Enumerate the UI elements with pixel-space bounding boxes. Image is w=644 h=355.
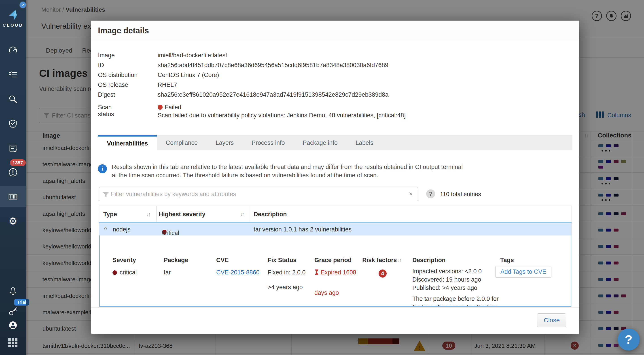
scan-status-value: Failed xyxy=(158,104,181,111)
column-header-description[interactable]: Description xyxy=(254,211,287,218)
image-details-modal: Image details Imageimiell/bad-dockerfile… xyxy=(91,21,579,334)
sidebar-item-search[interactable] xyxy=(8,94,18,104)
gear-icon: ⚙ xyxy=(8,216,18,226)
container-icon xyxy=(8,192,18,201)
filter-help-icon[interactable]: ? xyxy=(426,189,435,198)
risk-factor-badge[interactable]: 4 xyxy=(378,269,386,277)
vulnerability-description: tar version 1.0.1 has 2 vulnerabilities xyxy=(254,226,352,233)
field-label: Digest xyxy=(98,91,115,98)
gauge-icon xyxy=(8,45,18,55)
field-label: OS distribution xyxy=(98,72,138,79)
screen: CLOUD > 1357 ⚙ Trial xyxy=(0,0,644,355)
cloud-logo-icon xyxy=(7,9,19,21)
field-value: imiell/bad-dockerfile:latest xyxy=(158,52,227,59)
filter-funnel-icon xyxy=(103,192,109,198)
field-label: OS release xyxy=(98,82,128,88)
sidebar-item-profile[interactable] xyxy=(8,320,18,330)
sidebar-item-licenses[interactable] xyxy=(8,306,18,316)
column-header-severity[interactable]: Highest severity xyxy=(159,211,206,218)
modal-title: Image details xyxy=(98,26,149,35)
collapse-caret-icon[interactable]: ^ xyxy=(104,226,107,233)
key-icon xyxy=(8,306,18,316)
critical-dot xyxy=(112,270,117,275)
sort-icons[interactable]: ↓↑ xyxy=(240,211,244,217)
info-note-line2: at the time scan occurred. The threshold… xyxy=(112,171,463,180)
modal-header: Image details xyxy=(91,21,579,41)
sidebar: CLOUD > 1357 ⚙ Trial xyxy=(0,0,26,355)
tab-package-info[interactable]: Package info xyxy=(294,135,346,150)
modal-footer: Close xyxy=(91,307,579,334)
brand-logo: CLOUD xyxy=(0,9,26,28)
alert-circle-icon xyxy=(8,167,18,177)
column-divider xyxy=(250,206,250,222)
sidebar-item-containers[interactable] xyxy=(8,192,18,201)
sidebar-item-notifications[interactable] xyxy=(8,286,18,296)
tab-process-info[interactable]: Process info xyxy=(242,135,294,150)
tab-vulnerabilities[interactable]: Vulnerabilities xyxy=(98,135,157,150)
sidebar-item-alerts[interactable] xyxy=(8,167,18,177)
tab-labels[interactable]: Labels xyxy=(346,135,382,150)
sidebar-item-defend[interactable] xyxy=(8,119,18,129)
field-label: Image xyxy=(98,52,115,59)
detail-header-risk-factors: Risk factors xyxy=(362,257,397,264)
alert-count-badge: 1357 xyxy=(10,159,26,166)
sidebar-item-compliance[interactable] xyxy=(8,144,18,153)
column-header-type[interactable]: Type xyxy=(103,211,117,218)
modal-tabs: Vulnerabilities Compliance Layers Proces… xyxy=(98,135,572,150)
help-fab-button[interactable]: ? xyxy=(618,328,640,350)
vulnerability-type: nodejs xyxy=(113,226,130,233)
failed-status-dot xyxy=(158,105,162,110)
detail-package-cell: tar xyxy=(164,269,171,276)
info-note-line1: Results shown in this tab are relative t… xyxy=(112,163,463,171)
scan-status-detail: Scan failed due to vulnerability policy … xyxy=(158,112,406,119)
info-icon: i xyxy=(98,164,107,173)
cve-link[interactable]: CVE-2015-8860 xyxy=(216,269,260,276)
shield-check-icon xyxy=(8,119,18,129)
column-divider xyxy=(156,206,156,222)
detail-header-description: Description xyxy=(412,257,446,264)
field-label: Scan status xyxy=(98,104,114,118)
detail-header-fix-status: Fix Status xyxy=(268,257,296,264)
grace-period-cell: Expired 1608 xyxy=(314,269,356,276)
add-tags-button[interactable]: Add Tags to CVE xyxy=(495,266,552,277)
clear-filter-icon[interactable]: × xyxy=(409,190,413,198)
hourglass-icon xyxy=(314,269,319,275)
sidebar-item-settings[interactable]: ⚙ xyxy=(8,216,18,226)
user-icon xyxy=(8,320,18,330)
checklist-icon xyxy=(8,70,18,80)
grace-period-line2: days ago xyxy=(314,289,339,296)
sidebar-expand-button[interactable]: > xyxy=(20,2,26,8)
sidebar-item-apps[interactable] xyxy=(8,338,18,348)
detail-severity-cell: critical xyxy=(112,269,137,276)
logo-text: CLOUD xyxy=(0,23,26,28)
apps-grid-icon xyxy=(8,338,18,347)
vulnerability-detail-panel: Severity Package CVE Fix Status Grace pe… xyxy=(99,235,571,307)
vulnerabilities-table-header: Type ↓↑ Highest severity ↓↑ Description xyxy=(99,206,572,222)
field-value: RHEL7 xyxy=(158,82,177,88)
vulnerabilities-table: Type ↓↑ Highest severity ↓↑ Description … xyxy=(98,206,572,307)
vulnerability-filter-placeholder: Filter vulnerabilities by keywords and a… xyxy=(111,191,236,198)
search-icon xyxy=(8,94,18,104)
sort-icons[interactable]: ↓↑ xyxy=(398,257,401,263)
detail-header-package: Package xyxy=(164,257,188,264)
field-value: sha256:e3eff861020a952e27e41618e947a3ad7… xyxy=(158,91,389,98)
tab-layers[interactable]: Layers xyxy=(206,135,242,150)
bell-icon xyxy=(8,286,18,296)
vulnerability-row-nodejs[interactable]: ^ nodejs critical tar version 1.0.1 has … xyxy=(99,222,572,235)
detail-header-grace-period: Grace period xyxy=(314,257,352,264)
vulnerability-filter-input[interactable]: Filter vulnerabilities by keywords and a… xyxy=(98,187,418,201)
detail-fix-status: Fixed in: 2.0.0 xyxy=(268,269,306,276)
image-detail-fields: Imageimiell/bad-dockerfile:latest IDsha2… xyxy=(98,50,572,99)
sidebar-item-policies[interactable] xyxy=(8,70,18,80)
field-value: sha256:abd4f451ddb707c8e68a36d695456a515… xyxy=(158,62,388,69)
field-label: ID xyxy=(98,62,104,69)
info-note: i Results shown in this tab are relative… xyxy=(98,163,463,180)
field-value: CentOS Linux 7 (Core) xyxy=(158,72,219,79)
sort-icons[interactable]: ↓↑ xyxy=(146,211,150,217)
tab-compliance[interactable]: Compliance xyxy=(157,135,207,150)
detail-header-tags: Tags xyxy=(500,257,514,264)
detail-header-cve: CVE xyxy=(216,257,229,264)
close-button[interactable]: Close xyxy=(537,313,566,327)
sidebar-item-dashboard[interactable] xyxy=(8,45,18,55)
detail-fix-age: >4 years ago xyxy=(268,284,303,291)
